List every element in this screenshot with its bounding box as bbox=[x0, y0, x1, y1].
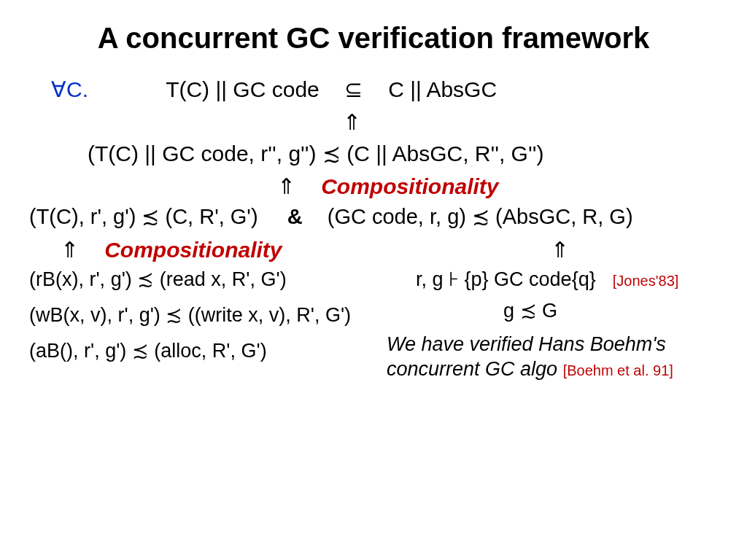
up-arrow-4: ⇑ bbox=[551, 238, 569, 262]
forall-c: ∀C. bbox=[51, 77, 88, 101]
compositionality-label-2: Compositionality bbox=[104, 238, 282, 262]
up-arrow-3: ⇑ bbox=[61, 238, 79, 262]
gG-line: g ≾ G bbox=[387, 298, 718, 324]
line-2: (T(C) || GC code, r'', g'') ≾ (C || AbsG… bbox=[29, 139, 718, 168]
ampersand: & bbox=[287, 205, 303, 228]
line3-right: (GC code, r, g) ≾ (AbsGC, R, G) bbox=[328, 205, 633, 228]
rg-line: r, g ⊦ {p} GC code{q} [Jones'83] bbox=[387, 267, 718, 292]
right-column: r, g ⊦ {p} GC code{q} [Jones'83] g ≾ G W… bbox=[387, 267, 718, 382]
rb-line: (rB(x), r', g') ≾ (read x, R', G') bbox=[29, 267, 365, 292]
footnote: We have verified Hans Boehm's concurrent… bbox=[387, 332, 718, 382]
ab-line: (aB(), r', g') ≾ (alloc, R', G') bbox=[29, 338, 365, 364]
wb-line: (wB(x, v), r', g') ≾ ((write x, v), R', … bbox=[29, 303, 365, 328]
line-1: ∀C. T(C) || GC code ⊆ C || AbsGC bbox=[29, 75, 718, 104]
left-column: (rB(x), r', g') ≾ (read x, R', G') (wB(x… bbox=[29, 267, 365, 370]
slide-title: A concurrent GC verification framework bbox=[29, 22, 718, 55]
jones-cite: [Jones'83] bbox=[613, 273, 679, 289]
line1-lhs: T(C) || GC code bbox=[166, 77, 320, 101]
boehm-cite: [Boehm et al. 91] bbox=[563, 362, 673, 378]
up-arrow-1: ⇑ bbox=[343, 110, 361, 134]
subset-symbol: ⊆ bbox=[344, 77, 363, 101]
line3-left: (T(C), r', g') ≾ (C, R', G') bbox=[29, 205, 258, 228]
rg-text: r, g ⊦ {p} GC code{q} bbox=[416, 268, 596, 290]
line-3: (T(C), r', g') ≾ (C, R', G') & (GC code,… bbox=[29, 203, 718, 231]
line1-rhs: C || AbsGC bbox=[388, 77, 497, 101]
compositionality-label-1: Compositionality bbox=[321, 174, 498, 198]
up-arrow-2: ⇑ bbox=[277, 174, 295, 198]
